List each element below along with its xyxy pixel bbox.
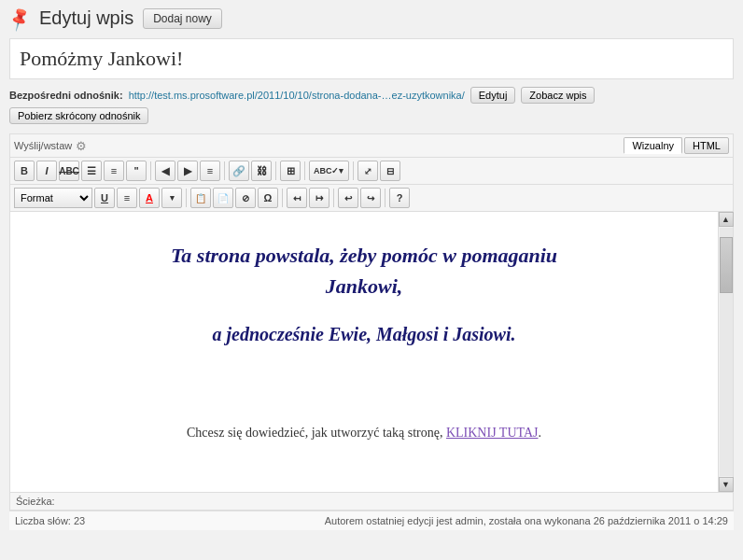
- path-bar: Ścieżka:: [10, 492, 733, 510]
- view-post-button[interactable]: Zobacz wpis: [521, 87, 595, 104]
- toolbar-separator-4: [304, 161, 305, 180]
- toolbar-separator-7: [282, 189, 283, 207]
- toolbar-separator-9: [385, 189, 386, 207]
- gear-icon[interactable]: ⚙: [76, 139, 87, 153]
- send-insert-bar: Wyślij/wstaw ⚙: [14, 139, 87, 153]
- editor-content[interactable]: Ta strona powstala, żeby pomóc w pomagan…: [10, 212, 718, 492]
- remove-format-button[interactable]: ⊘: [235, 188, 256, 208]
- content-sub-text: a jednocześnie Ewie, Małgosi i Jasiowi.: [38, 320, 690, 348]
- page-title-bar: 📌 Edytuj wpis Dodaj nowy: [9, 7, 734, 29]
- editor-scrollbar[interactable]: ▲ ▼: [718, 212, 733, 492]
- paste-word-button[interactable]: 📄: [213, 188, 233, 208]
- italic-button[interactable]: I: [36, 161, 57, 181]
- outdent-button[interactable]: ↤: [287, 188, 307, 208]
- fullscreen-button[interactable]: ⤢: [357, 161, 378, 181]
- permalink-url: http://test.ms.prosoftware.pl/2011/10/10…: [129, 90, 465, 101]
- editor-tabs-bar: Wyślij/wstaw ⚙ Wizualny HTML: [10, 134, 733, 158]
- edit-permalink-button[interactable]: Edytuj: [470, 87, 516, 104]
- paste-text-button[interactable]: 📋: [190, 188, 211, 208]
- toolbar-separator-8: [333, 189, 334, 207]
- editor-content-wrapper: Ta strona powstala, żeby pomóc w pomagan…: [10, 212, 733, 492]
- permalink-bar: Bezpośredni odnośnik: http://test.ms.pro…: [9, 87, 734, 104]
- format-select[interactable]: Format Nagłówek 1 Nagłówek 2 Nagłówek 3 …: [14, 188, 92, 208]
- scrollbar-up-button[interactable]: ▲: [719, 212, 734, 227]
- tab-visual[interactable]: Wizualny: [624, 137, 682, 154]
- align-right-button[interactable]: ≡: [200, 161, 220, 181]
- toolbar-row2: Format Nagłówek 1 Nagłówek 2 Nagłówek 3 …: [10, 185, 733, 212]
- toolbar-separator-2: [224, 161, 225, 180]
- special-chars-button[interactable]: Ω: [258, 188, 278, 208]
- click-here-link[interactable]: KLIKNIJ TUTAJ: [446, 426, 539, 440]
- toolbar-separator-1: [150, 161, 151, 180]
- unordered-list-button[interactable]: ☰: [81, 161, 102, 181]
- permalink-label: Bezpośredni odnośnik:: [9, 90, 123, 101]
- toolbar-toggle-button[interactable]: ⊟: [380, 161, 400, 181]
- ordered-list-button[interactable]: ≡: [104, 161, 124, 181]
- pin-icon: 📌: [6, 4, 34, 32]
- font-color-arrow[interactable]: ▾: [161, 188, 182, 208]
- tab-html[interactable]: HTML: [684, 137, 729, 154]
- post-title-input[interactable]: [9, 38, 734, 79]
- redo-button[interactable]: ↪: [360, 188, 381, 208]
- add-new-button[interactable]: Dodaj nowy: [143, 8, 222, 29]
- bold-button[interactable]: B: [14, 161, 35, 181]
- toolbar-separator-6: [186, 189, 187, 207]
- blockquote-button[interactable]: ": [126, 161, 147, 181]
- strikethrough-button[interactable]: ABC: [59, 161, 79, 181]
- underline-button[interactable]: U: [94, 188, 115, 208]
- content-main-text: Ta strona powstala, żeby pomóc w pomagan…: [38, 240, 690, 301]
- permalink-slug[interactable]: strona-dodana-…ez-uzytkownika/: [312, 90, 465, 101]
- undo-button[interactable]: ↩: [338, 188, 358, 208]
- indent-button[interactable]: ↦: [309, 188, 329, 208]
- shortlink-button[interactable]: Pobierz skrócony odnośnik: [9, 107, 148, 124]
- editor-area: Wyślij/wstaw ⚙ Wizualny HTML B I ABC ☰ ≡…: [9, 133, 734, 511]
- toolbar-separator-5: [353, 161, 354, 180]
- status-bar: Liczba słów: 23 Autorem ostatniej edycji…: [9, 511, 734, 530]
- word-count: Liczba słów: 23: [15, 515, 85, 526]
- spellcheck-button[interactable]: ABC✓▾: [309, 161, 349, 181]
- send-insert-label: Wyślij/wstaw: [14, 140, 72, 151]
- scrollbar-down-button[interactable]: ▼: [719, 477, 734, 492]
- author-info: Autorem ostatniej edycji jest admin, zos…: [325, 515, 728, 526]
- toolbar-separator-3: [275, 161, 276, 180]
- font-color-button[interactable]: A: [139, 188, 160, 208]
- content-link-text: Chcesz się dowiedzieć, jak utworzyć taką…: [38, 423, 690, 443]
- align-left-button[interactable]: ◀: [155, 161, 175, 181]
- editor-tabs: Wizualny HTML: [624, 137, 729, 154]
- page-title: Edytuj wpis: [39, 7, 133, 29]
- align-center-button[interactable]: ▶: [177, 161, 198, 181]
- justify-button[interactable]: ≡: [117, 188, 137, 208]
- insert-image-button[interactable]: ⊞: [280, 161, 301, 181]
- scrollbar-thumb[interactable]: [720, 237, 733, 293]
- path-label: Ścieżka:: [16, 496, 55, 507]
- toolbar-row1: B I ABC ☰ ≡ " ◀ ▶ ≡ 🔗 ⛓ ⊞ ABC✓▾ ⤢ ⊟: [10, 158, 733, 185]
- help-button[interactable]: ?: [389, 188, 410, 208]
- link-button[interactable]: 🔗: [229, 161, 249, 181]
- scrollbar-track[interactable]: [720, 228, 733, 476]
- unlink-button[interactable]: ⛓: [251, 161, 272, 181]
